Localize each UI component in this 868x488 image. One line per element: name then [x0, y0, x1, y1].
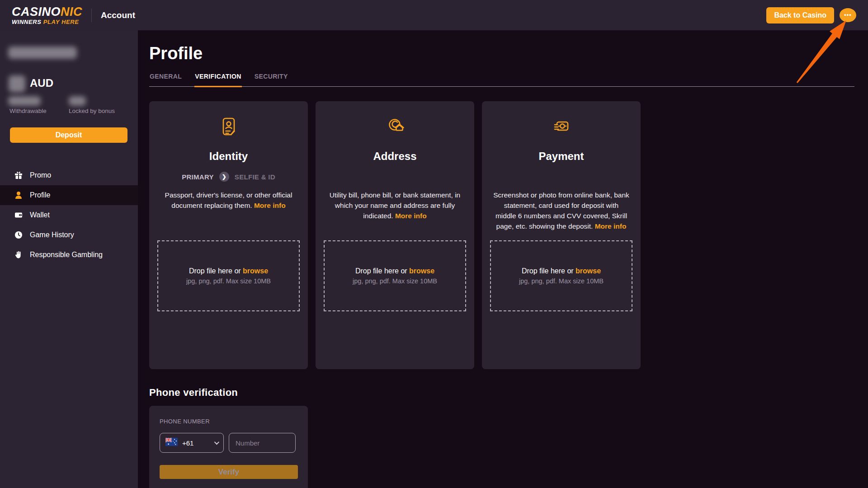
- header-actions: Back to Casino •••: [766, 7, 856, 23]
- address-card: Address Utility bill, phone bill, or ban…: [316, 101, 474, 369]
- card-description: Utility bill, phone bill, or bank statem…: [326, 190, 463, 221]
- drop-hint: jpg, png, pdf. Max size 10MB: [186, 277, 271, 285]
- identity-dropzone[interactable]: Drop file here or browse jpg, png, pdf. …: [157, 240, 300, 311]
- more-options-button[interactable]: •••: [840, 8, 856, 22]
- sidebar-item-promo[interactable]: Promo: [0, 165, 138, 185]
- browse-link[interactable]: browse: [409, 267, 434, 275]
- sidebar-item-label: Game History: [30, 231, 74, 239]
- more-info-link[interactable]: More info: [254, 202, 286, 209]
- blurred-locked-amount: [69, 96, 86, 106]
- step-arrow-icon: ❯: [219, 172, 229, 182]
- phone-verification-title: Phone verification: [149, 387, 854, 399]
- drop-text: Drop file here or browse: [189, 267, 268, 275]
- sidebar-item-game-history[interactable]: Game History: [0, 225, 138, 245]
- tagline-winners-text: WINNERS: [12, 19, 42, 25]
- banknote-icon: [482, 115, 641, 140]
- sidebar-item-label: Wallet: [30, 211, 50, 219]
- account-sidebar: AUD Withdrawable Locked by bonus Deposit…: [0, 30, 138, 488]
- gift-icon: [14, 171, 23, 180]
- card-title: Address: [316, 150, 474, 163]
- payment-card: Payment Screenshot or photo from online …: [482, 101, 641, 369]
- blurred-balance: [9, 75, 25, 92]
- sidebar-menu: Promo Profile Wallet Game History: [0, 165, 138, 265]
- currency-label: AUD: [30, 77, 53, 89]
- step-primary-label: PRIMARY: [182, 173, 214, 181]
- tab-verification[interactable]: VERIFICATION: [194, 73, 242, 87]
- main-content: Profile GENERAL VERIFICATION SECURITY: [138, 30, 868, 488]
- logo-tagline: WINNERS PLAY HERE: [12, 19, 82, 25]
- payment-dropzone[interactable]: Drop file here or browse jpg, png, pdf. …: [490, 240, 632, 311]
- identity-card: Identity PRIMARY ❯ SELFIE & ID Passport,…: [149, 101, 308, 369]
- casinonic-logo[interactable]: CASINONIC WINNERS PLAY HERE: [12, 5, 82, 25]
- tab-general[interactable]: GENERAL: [149, 73, 182, 87]
- drop-text-plain: Drop file here or: [522, 267, 574, 275]
- section-title: Account: [101, 10, 135, 20]
- chevron-down-icon: [214, 440, 219, 445]
- drop-text-plain: Drop file here or: [189, 267, 241, 275]
- top-header: CASINONIC WINNERS PLAY HERE Account Back…: [0, 0, 868, 30]
- step-selfie-id-label: SELFIE & ID: [235, 173, 275, 181]
- withdrawable-label: Withdrawable: [9, 108, 47, 114]
- id-document-icon: [149, 115, 308, 140]
- verification-cards: Identity PRIMARY ❯ SELFIE & ID Passport,…: [149, 101, 854, 369]
- country-code-select[interactable]: +61: [160, 433, 224, 453]
- clock-icon: [14, 230, 23, 239]
- casinonic-account-page: CASINONIC WINNERS PLAY HERE Account Back…: [0, 0, 868, 488]
- user-icon: [14, 191, 23, 200]
- sidebar-item-label: Responsible Gambling: [30, 251, 103, 259]
- blurred-username: [8, 47, 77, 59]
- logo-casino-text: CASINO: [12, 5, 61, 19]
- location-home-icon: [316, 115, 474, 140]
- card-description: Passport, driver's license, or other off…: [160, 190, 297, 211]
- verify-button[interactable]: Verify: [160, 465, 298, 479]
- card-title: Identity: [149, 150, 308, 163]
- wallet-icon: [14, 211, 23, 220]
- more-info-link[interactable]: More info: [395, 212, 427, 220]
- phone-number-label: PHONE NUMBER: [160, 418, 210, 425]
- hand-icon: [14, 250, 23, 259]
- tagline-play-here-text: PLAY HERE: [43, 19, 79, 25]
- tab-security[interactable]: SECURITY: [254, 73, 288, 87]
- phone-verification-panel: PHONE NUMBER: [149, 406, 308, 488]
- deposit-button[interactable]: Deposit: [10, 127, 127, 143]
- card-title: Payment: [482, 150, 641, 163]
- profile-tabs: GENERAL VERIFICATION SECURITY: [149, 73, 854, 87]
- drop-text: Drop file here or browse: [355, 267, 434, 275]
- browse-link[interactable]: browse: [243, 267, 268, 275]
- drop-hint: jpg, png, pdf. Max size 10MB: [353, 277, 437, 285]
- identity-steps: PRIMARY ❯ SELFIE & ID: [149, 172, 308, 182]
- header-divider: [91, 9, 92, 22]
- logo-nic-text: NIC: [61, 5, 82, 19]
- sidebar-item-profile[interactable]: Profile: [0, 185, 138, 205]
- drop-text: Drop file here or browse: [522, 267, 601, 275]
- logo-wordmark: CASINONIC: [12, 5, 82, 18]
- card-description: Screenshot or photo from online bank, ba…: [493, 190, 630, 231]
- country-code-value: +61: [182, 439, 193, 447]
- locked-by-bonus-label: Locked by bonus: [69, 108, 115, 114]
- browse-link[interactable]: browse: [576, 267, 601, 275]
- australia-flag-icon: [165, 438, 178, 448]
- sidebar-item-responsible-gambling[interactable]: Responsible Gambling: [0, 245, 138, 265]
- drop-text-plain: Drop file here or: [355, 267, 407, 275]
- page-title: Profile: [149, 43, 854, 63]
- more-info-link[interactable]: More info: [595, 222, 627, 230]
- blurred-withdrawable-amount: [8, 96, 41, 106]
- sidebar-item-label: Profile: [30, 191, 50, 199]
- address-dropzone[interactable]: Drop file here or browse jpg, png, pdf. …: [324, 240, 466, 311]
- sidebar-item-label: Promo: [30, 171, 51, 179]
- drop-hint: jpg, png, pdf. Max size 10MB: [519, 277, 604, 285]
- back-to-casino-button[interactable]: Back to Casino: [766, 7, 834, 23]
- ellipsis-icon: •••: [844, 11, 852, 18]
- phone-number-input[interactable]: [229, 433, 296, 453]
- sidebar-item-wallet[interactable]: Wallet: [0, 205, 138, 225]
